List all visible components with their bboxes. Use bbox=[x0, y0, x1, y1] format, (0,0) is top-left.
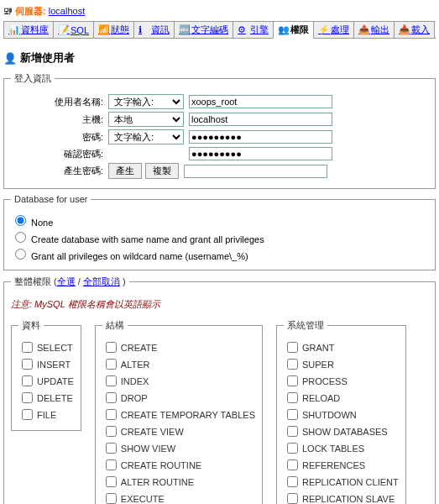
tab-icon: 📤 bbox=[358, 24, 369, 35]
host-input[interactable] bbox=[189, 113, 332, 126]
priv-admin-group: 系統管理GRANTSUPERPROCESSRELOADSHUTDOWNSHOW … bbox=[276, 319, 406, 504]
database-legend: Database for user bbox=[11, 194, 91, 204]
tab-載入[interactable]: 📥載入 bbox=[394, 21, 435, 38]
username-mode-select[interactable]: 文字輸入: bbox=[108, 94, 184, 109]
confirm-label: 確認密碼: bbox=[11, 148, 108, 160]
tab-icon: 🔤 bbox=[179, 24, 190, 35]
tab-icon: 📊 bbox=[8, 24, 19, 35]
tab-權限[interactable]: 👥權限 bbox=[273, 21, 314, 39]
privileges-note: 注意: MySQL 權限名稱會以英語顯示 bbox=[11, 298, 428, 311]
priv-data-group: 資料SELECTINSERTUPDATEDELETEFILE bbox=[11, 319, 81, 431]
tab-icon: 📶 bbox=[98, 24, 109, 35]
tab-bar: 📊資料庫📝SQL📶狀態ℹ資訊🔤文字編碼⚙引擎👥權限⚡處理📤輸出📥載入 bbox=[3, 21, 436, 39]
priv-select-checkbox[interactable] bbox=[22, 342, 33, 353]
generated-password-input[interactable] bbox=[184, 165, 327, 178]
tab-SQL[interactable]: 📝SQL bbox=[53, 21, 94, 38]
deselect-all-link[interactable]: 全部取消 bbox=[83, 276, 120, 286]
page-title: 👤 新增使用者 bbox=[3, 50, 436, 66]
host-label: 主機: bbox=[11, 113, 108, 126]
tab-資料庫[interactable]: 📊資料庫 bbox=[3, 21, 54, 38]
priv-shutdown-checkbox[interactable] bbox=[287, 409, 298, 420]
priv-replication-slave-checkbox[interactable] bbox=[287, 493, 298, 504]
db-none-radio[interactable] bbox=[15, 215, 26, 226]
add-user-icon: 👤 bbox=[3, 52, 17, 65]
tab-處理[interactable]: ⚡處理 bbox=[313, 21, 354, 38]
priv-create-checkbox[interactable] bbox=[106, 342, 117, 353]
priv-execute-checkbox[interactable] bbox=[106, 493, 117, 504]
password-input[interactable] bbox=[189, 130, 332, 144]
tab-icon: ℹ bbox=[138, 24, 149, 35]
priv-create-view-checkbox[interactable] bbox=[106, 426, 117, 437]
tab-輸出[interactable]: 📤輸出 bbox=[353, 21, 395, 38]
priv-grant-checkbox[interactable] bbox=[287, 342, 298, 353]
priv-delete-checkbox[interactable] bbox=[22, 392, 33, 403]
privileges-fieldset: 整體權限 (全選 / 全部取消 ) 注意: MySQL 權限名稱會以英語顯示 資… bbox=[3, 276, 436, 504]
database-fieldset: Database for user None Create database w… bbox=[3, 194, 436, 270]
privileges-legend: 整體權限 (全選 / 全部取消 ) bbox=[11, 276, 129, 288]
generate-label: 產生密碼: bbox=[11, 165, 108, 177]
priv-process-checkbox[interactable] bbox=[287, 375, 298, 386]
copy-button[interactable]: 複製 bbox=[145, 163, 179, 179]
tab-icon: 📥 bbox=[399, 24, 410, 35]
priv-replication-client-checkbox[interactable] bbox=[287, 476, 298, 487]
server-label: 伺服器: bbox=[15, 6, 46, 16]
db-wildcard-radio[interactable] bbox=[15, 249, 26, 260]
username-input[interactable] bbox=[189, 95, 332, 108]
priv-create-temporary-tables-checkbox[interactable] bbox=[106, 409, 117, 420]
priv-references-checkbox[interactable] bbox=[287, 459, 298, 470]
login-legend: 登入資訊 bbox=[11, 72, 55, 85]
password-mode-select[interactable]: 文字輸入: bbox=[108, 129, 184, 144]
select-all-link[interactable]: 全選 bbox=[57, 276, 76, 286]
tab-引擎[interactable]: ⚙引擎 bbox=[233, 21, 274, 38]
username-label: 使用者名稱: bbox=[11, 96, 108, 108]
tab-icon: ⚡ bbox=[318, 24, 329, 35]
priv-create-routine-checkbox[interactable] bbox=[106, 459, 117, 470]
tab-狀態[interactable]: 📶狀態 bbox=[93, 21, 134, 38]
priv-struct-group: 結構CREATEALTERINDEXDROPCREATE TEMPORARY T… bbox=[95, 319, 263, 504]
login-fieldset: 登入資訊 使用者名稱: 文字輸入: 主機: 本地 密碼: 文字輸入: 確認密碼:… bbox=[3, 72, 436, 189]
server-link[interactable]: localhost bbox=[49, 6, 85, 16]
priv-index-checkbox[interactable] bbox=[106, 375, 117, 386]
priv-alter-routine-checkbox[interactable] bbox=[106, 476, 117, 487]
priv-super-checkbox[interactable] bbox=[287, 359, 298, 370]
confirm-input[interactable] bbox=[189, 147, 332, 160]
server-line: 🖳 伺服器: localhost bbox=[3, 3, 436, 19]
priv-update-checkbox[interactable] bbox=[22, 375, 33, 386]
host-mode-select[interactable]: 本地 bbox=[108, 112, 184, 127]
priv-show-view-checkbox[interactable] bbox=[106, 443, 117, 454]
tab-資訊[interactable]: ℹ資訊 bbox=[133, 21, 175, 38]
tab-icon: 👥 bbox=[278, 24, 289, 35]
priv-file-checkbox[interactable] bbox=[22, 409, 33, 420]
password-label: 密碼: bbox=[11, 131, 108, 144]
priv-insert-checkbox[interactable] bbox=[22, 359, 33, 370]
generate-button[interactable]: 產生 bbox=[108, 163, 142, 179]
tab-icon: ⚙ bbox=[238, 24, 248, 35]
priv-drop-checkbox[interactable] bbox=[106, 392, 117, 403]
priv-show-databases-checkbox[interactable] bbox=[287, 426, 298, 437]
priv-alter-checkbox[interactable] bbox=[106, 359, 117, 370]
db-create-radio[interactable] bbox=[15, 232, 26, 243]
server-icon: 🖳 bbox=[3, 6, 13, 16]
tab-文字編碼[interactable]: 🔤文字編碼 bbox=[174, 21, 233, 38]
priv-reload-checkbox[interactable] bbox=[287, 392, 298, 403]
tab-icon: 📝 bbox=[58, 24, 69, 35]
priv-lock-tables-checkbox[interactable] bbox=[287, 443, 298, 454]
